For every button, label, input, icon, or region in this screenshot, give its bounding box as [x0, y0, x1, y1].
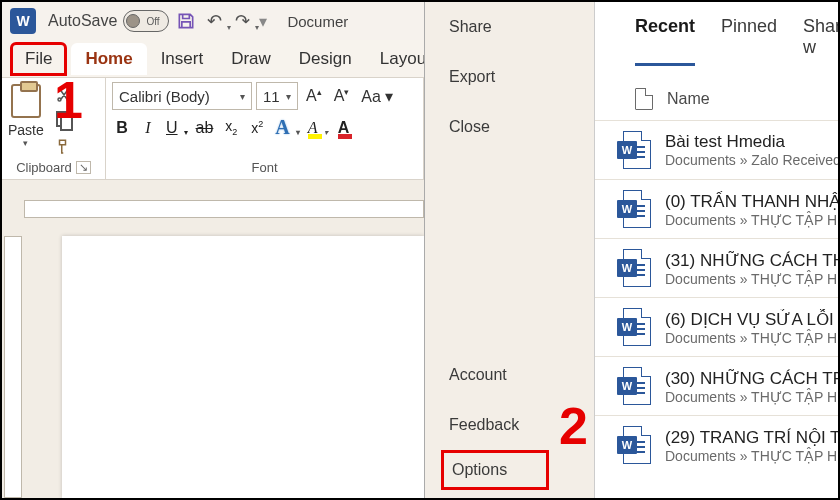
editor-area	[2, 180, 424, 498]
clipboard-group-label: Clipboard	[16, 160, 72, 175]
file-menu-options[interactable]: Options	[441, 450, 549, 490]
recent-doc-meta: Bài test HmediaDocuments » Zalo Received…	[665, 132, 838, 168]
recent-tab-pinned[interactable]: Pinned	[721, 16, 777, 66]
font-color-button[interactable]: A	[338, 119, 354, 137]
recent-doc-meta: (31) NHỮNG CÁCH THIẾTDocuments » THỰC TẬ…	[665, 250, 838, 287]
tab-design[interactable]: Design	[285, 43, 366, 75]
file-menu-pane: Share Export Close Account Feedback Opti…	[424, 2, 594, 498]
autosave-state: Off	[146, 16, 159, 27]
change-case-button[interactable]: Aa ▾	[357, 87, 397, 106]
word-document-icon: W	[617, 426, 651, 464]
recent-doc-name: (0) TRẦN THANH NHẬT -	[665, 191, 838, 212]
document-icon	[635, 88, 653, 110]
font-group: Calibri (Body)▾ 11▾ A▴ A▾ Aa ▾ B I U ab …	[106, 78, 424, 179]
recent-doc-row[interactable]: W(30) NHỮNG CÁCH TRANDocuments » THỰC TẬ…	[595, 356, 838, 415]
recent-list: WBài test HmediaDocuments » Zalo Receive…	[595, 120, 838, 474]
tab-file[interactable]: File	[10, 42, 67, 76]
file-menu-export[interactable]: Export	[425, 52, 594, 102]
recent-doc-row[interactable]: WBài test HmediaDocuments » Zalo Receive…	[595, 120, 838, 179]
recent-header-name: Name	[667, 90, 710, 108]
recent-doc-row[interactable]: W(29) TRANG TRÍ NỘI THẤTDocuments » THỰC…	[595, 415, 838, 474]
title-bar: W AutoSave Off ↶ ↷ ▾ Documer	[2, 2, 424, 40]
subscript-button[interactable]: x2	[223, 118, 239, 137]
recent-docs-pane: Recent Pinned Shared w Name WBài test Hm…	[594, 2, 838, 498]
format-painter-button[interactable]	[52, 136, 76, 158]
recent-doc-name: (6) DỊCH VỤ SỬA LỖI FAC	[665, 309, 838, 330]
recent-doc-row[interactable]: W(0) TRẦN THANH NHẬT -Documents » THỰC T…	[595, 179, 838, 238]
undo-button[interactable]: ↶	[203, 10, 225, 32]
font-size-value: 11	[263, 88, 280, 105]
recent-doc-meta: (0) TRẦN THANH NHẬT -Documents » THỰC TẬ…	[665, 191, 838, 228]
paste-label: Paste	[8, 122, 44, 138]
ribbon-tab-bar: File Home Insert Draw Design Layout Refe…	[2, 40, 424, 78]
word-document-icon: W	[617, 367, 651, 405]
file-menu-close[interactable]: Close	[425, 102, 594, 152]
tab-draw[interactable]: Draw	[217, 43, 285, 75]
word-document-icon: W	[617, 249, 651, 287]
word-document-icon: W	[617, 190, 651, 228]
recent-doc-row[interactable]: W(31) NHỮNG CÁCH THIẾTDocuments » THỰC T…	[595, 238, 838, 297]
tab-insert[interactable]: Insert	[147, 43, 218, 75]
autosave-toggle[interactable]: Off	[123, 10, 169, 32]
save-button[interactable]	[175, 10, 197, 32]
bold-button[interactable]: B	[114, 119, 130, 137]
recent-doc-path: Documents » THỰC TẬP HME	[665, 212, 838, 228]
svg-rect-1	[61, 116, 72, 130]
recent-list-header: Name	[595, 66, 838, 120]
recent-doc-row[interactable]: W(6) DỊCH VỤ SỬA LỖI FACDocuments » THỰC…	[595, 297, 838, 356]
italic-button[interactable]: I	[140, 119, 156, 137]
underline-button[interactable]: U	[166, 119, 186, 137]
word-logo-icon: W	[10, 8, 36, 34]
vertical-ruler[interactable]	[4, 236, 22, 498]
ribbon: Paste ▾ Clipboard↘ Calibri (Body)▾ 11▾ A…	[2, 78, 424, 180]
font-name-combo[interactable]: Calibri (Body)▾	[112, 82, 252, 110]
font-name-value: Calibri (Body)	[119, 88, 210, 105]
highlight-button[interactable]: A	[308, 119, 328, 137]
recent-doc-path: Documents » Zalo Received F	[665, 152, 838, 168]
file-menu-share[interactable]: Share	[425, 2, 594, 52]
document-page[interactable]	[62, 236, 424, 498]
copy-button[interactable]	[52, 110, 76, 132]
recent-tab-recent[interactable]: Recent	[635, 16, 695, 66]
autosave-label: AutoSave	[48, 12, 117, 30]
toggle-knob-icon	[126, 14, 140, 28]
tab-home[interactable]: Home	[71, 43, 146, 75]
horizontal-ruler[interactable]	[24, 200, 424, 218]
recent-doc-name: (31) NHỮNG CÁCH THIẾT	[665, 250, 838, 271]
document-title: Documer	[287, 13, 348, 30]
word-ribbon-pane: W AutoSave Off ↶ ↷ ▾ Documer File Home I…	[2, 2, 424, 498]
file-menu-account[interactable]: Account	[425, 350, 594, 400]
superscript-button[interactable]: x2	[249, 119, 265, 136]
file-menu-feedback[interactable]: Feedback	[425, 400, 594, 450]
recent-doc-name: (30) NHỮNG CÁCH TRAN	[665, 368, 838, 389]
recent-doc-path: Documents » THỰC TẬP HME	[665, 389, 838, 405]
recent-doc-path: Documents » THỰC TẬP HME	[665, 330, 838, 346]
redo-button[interactable]: ↷	[231, 10, 253, 32]
strikethrough-button[interactable]: ab	[196, 119, 214, 137]
recent-doc-meta: (6) DỊCH VỤ SỬA LỖI FACDocuments » THỰC …	[665, 309, 838, 346]
clipboard-icon	[11, 84, 41, 118]
shrink-font-button[interactable]: A▾	[330, 87, 354, 105]
recent-doc-name: (29) TRANG TRÍ NỘI THẤT	[665, 427, 838, 448]
recent-tab-bar: Recent Pinned Shared w	[595, 16, 838, 66]
recent-doc-meta: (30) NHỮNG CÁCH TRANDocuments » THỰC TẬP…	[665, 368, 838, 405]
cut-button[interactable]	[52, 84, 76, 106]
recent-doc-path: Documents » THỰC TẬP HME	[665, 448, 838, 464]
clipboard-dialog-launcher[interactable]: ↘	[76, 161, 91, 174]
font-size-combo[interactable]: 11▾	[256, 82, 298, 110]
recent-doc-path: Documents » THỰC TẬP HME	[665, 271, 838, 287]
recent-doc-name: Bài test Hmedia	[665, 132, 838, 152]
font-group-label: Font	[251, 160, 277, 175]
paste-button[interactable]: Paste ▾	[8, 84, 44, 148]
text-effects-button[interactable]: A	[275, 116, 297, 139]
recent-tab-shared[interactable]: Shared w	[803, 16, 840, 66]
grow-font-button[interactable]: A▴	[302, 87, 326, 105]
word-document-icon: W	[617, 308, 651, 346]
word-document-icon: W	[617, 131, 651, 169]
clipboard-group: Paste ▾ Clipboard↘	[2, 78, 106, 179]
recent-doc-meta: (29) TRANG TRÍ NỘI THẤTDocuments » THỰC …	[665, 427, 838, 464]
